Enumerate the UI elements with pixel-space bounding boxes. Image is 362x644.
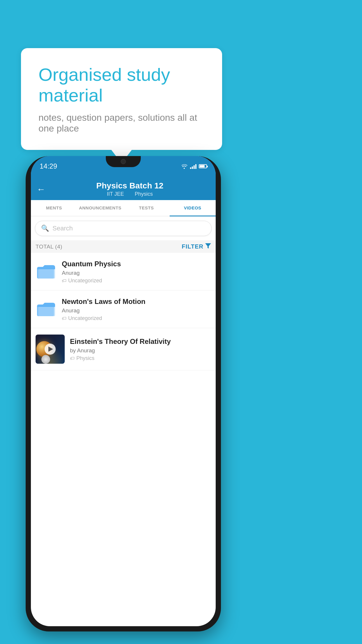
- battery-icon: [199, 164, 207, 168]
- filter-label: FILTER: [182, 243, 203, 250]
- video-author: Anurag: [62, 270, 211, 276]
- header-subtitle-1: IIT JEE: [107, 191, 124, 197]
- signal-icon: [190, 164, 196, 169]
- video-title: Quantum Physics: [62, 259, 211, 268]
- header-subtitle: IIT JEE Physics: [50, 191, 210, 197]
- filter-row: TOTAL (4) FILTER: [31, 240, 216, 253]
- video-info: Newton's Laws of Motion Anurag 🏷 Uncateg…: [62, 297, 211, 321]
- phone-frame: 14:29: [26, 156, 221, 631]
- phone-notch: [106, 156, 141, 167]
- video-author: by Anurag: [70, 347, 211, 354]
- total-count-label: TOTAL (4): [36, 244, 62, 250]
- status-icons: [181, 164, 207, 169]
- video-tag: 🏷 Physics: [70, 355, 211, 361]
- list-item[interactable]: Newton's Laws of Motion Anurag 🏷 Uncateg…: [31, 290, 216, 328]
- status-bar: 14:29: [31, 156, 216, 176]
- tab-ments[interactable]: MENTS: [31, 200, 77, 216]
- video-thumbnail: [36, 335, 65, 364]
- tag-label: Uncategorized: [68, 278, 102, 284]
- tab-announcements[interactable]: ANNOUNCEMENTS: [77, 200, 124, 216]
- phone-screen: 14:29: [31, 156, 216, 626]
- list-item[interactable]: Quantum Physics Anurag 🏷 Uncategorized: [31, 253, 216, 290]
- wifi-icon: [181, 164, 188, 169]
- search-icon: 🔍: [41, 225, 49, 232]
- tabs: MENTS ANNOUNCEMENTS TESTS VIDEOS: [31, 200, 216, 216]
- status-time: 14:29: [40, 162, 57, 170]
- play-button[interactable]: [45, 344, 56, 355]
- tag-icon: 🏷: [70, 356, 75, 361]
- tab-tests[interactable]: TESTS: [123, 200, 170, 216]
- header-title-group: Physics Batch 12 IIT JEE Physics: [50, 181, 210, 197]
- video-title: Einstein's Theory Of Relativity: [70, 337, 211, 346]
- search-bar[interactable]: 🔍 Search: [35, 221, 212, 236]
- video-author: Anurag: [62, 307, 211, 314]
- header-content: ← Physics Batch 12 IIT JEE Physics: [31, 176, 216, 200]
- svg-rect-6: [37, 306, 55, 316]
- bubble-subtitle: notes, question papers, solutions all at…: [38, 112, 205, 134]
- funnel-icon: [205, 243, 211, 249]
- header-title: Physics Batch 12: [50, 181, 210, 190]
- back-button[interactable]: ←: [37, 184, 45, 194]
- svg-marker-0: [205, 243, 211, 249]
- video-tag: 🏷 Uncategorized: [62, 278, 211, 284]
- tag-icon: 🏷: [62, 316, 66, 321]
- play-icon: [48, 346, 53, 352]
- tag-label: Physics: [76, 355, 94, 361]
- header-subtitle-2: Physics: [135, 191, 153, 197]
- filter-funnel-icon: [205, 243, 211, 250]
- video-info: Einstein's Theory Of Relativity by Anura…: [70, 337, 211, 361]
- folder-icon: [36, 261, 57, 282]
- tag-label: Uncategorized: [68, 315, 102, 321]
- tab-videos[interactable]: VIDEOS: [170, 200, 216, 216]
- tag-icon: 🏷: [62, 278, 66, 284]
- bubble-title: Organised study material: [38, 64, 205, 106]
- video-info: Quantum Physics Anurag 🏷 Uncategorized: [62, 259, 211, 284]
- camera-dot: [121, 159, 126, 164]
- folder-svg-icon: [37, 301, 55, 317]
- search-placeholder: Search: [52, 225, 73, 232]
- folder-icon: [36, 299, 57, 320]
- video-title: Newton's Laws of Motion: [62, 297, 211, 306]
- video-tag: 🏷 Uncategorized: [62, 315, 211, 321]
- speech-bubble: Organised study material notes, question…: [21, 48, 222, 150]
- app-header: 14:29: [31, 156, 216, 216]
- video-list: Quantum Physics Anurag 🏷 Uncategorized: [31, 253, 216, 370]
- svg-rect-3: [37, 269, 55, 279]
- list-item[interactable]: Einstein's Theory Of Relativity by Anura…: [31, 328, 216, 370]
- folder-svg-icon: [37, 263, 55, 280]
- filter-button[interactable]: FILTER: [182, 243, 211, 250]
